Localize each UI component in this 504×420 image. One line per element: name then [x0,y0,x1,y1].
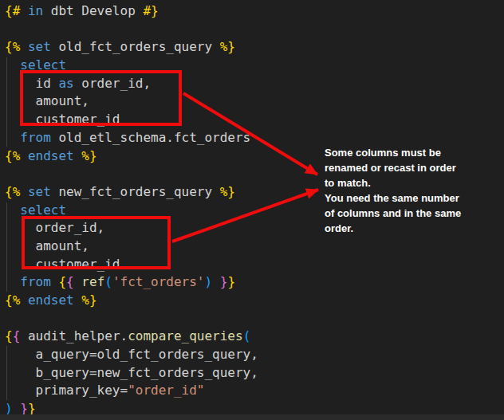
code-line[interactable]: {# in dbt Develop #} [5,2,258,21]
code-token-gold: {% [5,292,28,308]
code-token-plain: audit_helper. [20,328,128,343]
code-token-blue: ( [104,274,112,289]
code-area[interactable]: {# in dbt Develop #} {% set old_fct_orde… [5,2,258,418]
code-token-plain: old_etl_schema.fct_orders [51,130,250,145]
code-token-gold: #} [143,3,158,18]
indent-guide [6,57,7,147]
code-token-plain [51,274,59,289]
code-line[interactable]: from old_etl_schema.fct_orders [5,129,258,147]
code-token-gold: {% [5,184,28,199]
code-token-gold: { [5,328,13,343]
code-line[interactable]: {% set new_fct_orders_query %} [5,183,258,202]
code-token-fn: ref [81,274,104,289]
code-token-plain: new_fct_orders_query [51,184,220,199]
code-token-gold: %} [220,39,235,54]
code-line[interactable] [5,165,258,183]
indent-guide [6,202,7,292]
annotation-line: Some columns must be [325,145,496,160]
code-token-kw: set [28,184,51,199]
code-token-plain [74,274,82,289]
code-token-plain [212,274,220,289]
code-line[interactable] [5,310,258,328]
code-line[interactable]: b_query=new_fct_orders_query, [5,364,258,383]
highlight-box-old-columns [20,70,182,126]
code-line[interactable]: {% set old_fct_orders_query %} [5,38,258,57]
code-token-blue: ( [243,328,251,343]
code-token-fn: compare_queries [128,328,243,343]
code-token-str: 'fct_orders' [112,274,205,289]
code-token-plain: primary_key= [5,383,128,398]
code-token-blue: ) [205,274,213,289]
indent-guide [6,346,7,400]
annotation-note: Some columns must be renamed or recast i… [325,145,496,236]
code-token-plain: a_query=old_fct_orders_query, [5,347,258,362]
annotation-line: renamed or recast in order [325,160,496,175]
bottom-edge [0,414,504,420]
code-token-gold: {% [5,148,28,163]
code-line[interactable] [5,21,258,39]
code-token-gold: {# [5,3,28,18]
annotation-line: of columns and in the same [325,206,496,221]
code-token-kw: in [28,3,43,18]
code-line[interactable]: {% endset %} [5,292,258,310]
code-token-gold: {% [5,39,28,54]
annotation-line: You need the same number [325,190,496,206]
code-token-pink: { [13,328,21,343]
highlight-box-new-columns [22,216,171,269]
code-token-kw: set [28,39,51,54]
code-token-kw: endset [28,292,74,308]
annotation-line: to match. [325,175,496,190]
code-line[interactable]: a_query=old_fct_orders_query, [5,346,258,364]
code-token-gold: %} [74,148,97,163]
code-line[interactable]: primary_key="order_id" [5,382,258,400]
code-token-kw: from [20,130,51,145]
code-line[interactable]: {% endset %} [5,147,258,166]
code-token-plain: b_query=new_fct_orders_query, [5,365,258,380]
code-token-plain: dbt Develop [43,3,143,18]
code-token-gold: } [227,274,235,289]
code-token-gold: { [58,274,66,289]
code-token-str: "order_id" [128,383,204,398]
code-token-gold: %} [220,184,235,199]
code-line[interactable]: {{ audit_helper.compare_queries( [5,328,258,346]
code-token-gold: %} [74,292,97,308]
code-editor-window: {# in dbt Develop #} {% set old_fct_orde… [0,0,504,420]
code-token-kw: select [20,202,66,218]
code-line[interactable]: from {{ ref('fct_orders') }} [5,273,258,292]
code-token-pink: { [66,274,74,289]
code-token-pink: } [220,274,228,289]
code-token-kw: from [20,274,51,289]
code-token-kw: endset [28,148,74,163]
annotation-line: order. [325,221,496,236]
code-token-plain: old_fct_orders_query [51,39,220,54]
